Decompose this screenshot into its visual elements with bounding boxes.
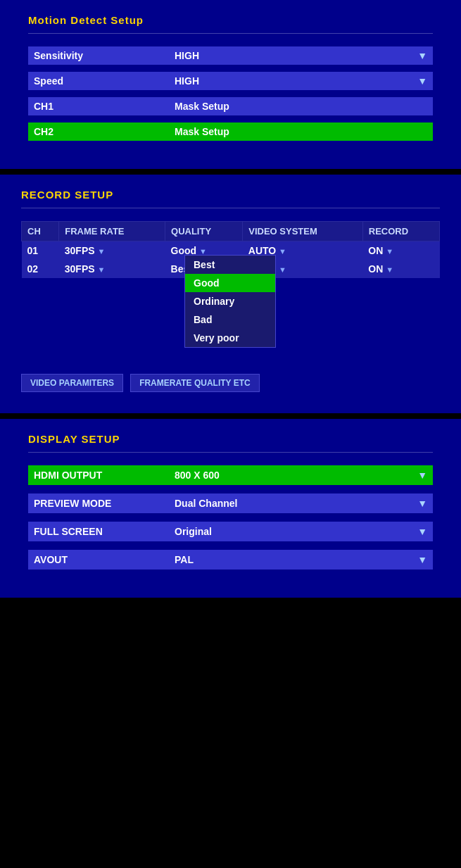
- display-table: HDMI OUTPUT 800 X 600 ▼ PREVIEW MODE Dua…: [28, 465, 433, 570]
- record-setup-title: RECORD SETUP: [21, 189, 440, 201]
- col-quality: QUALITY: [165, 222, 243, 241]
- bottom-links: VIDEO PARAMITERS FrameRate Quality etc: [21, 374, 440, 392]
- quality-option-bad[interactable]: Bad: [185, 310, 275, 329]
- record-table-header: CH FRAME RATE QUALITY VIDEO SYSTEM RECOR…: [22, 222, 440, 241]
- col-videosystem: VIDEO SYSTEM: [243, 222, 363, 241]
- table-row: Sensitivity HIGH ▼: [28, 46, 433, 65]
- quality-dropdown-popup: Best Good Ordinary Bad Very poor: [184, 255, 276, 348]
- dropdown-arrow-icon: ▼: [417, 470, 427, 481]
- dropdown-arrow-icon: ▼: [386, 247, 393, 256]
- table-row: CH1 Mask Setup: [28, 97, 433, 115]
- dropdown-arrow-icon: ▼: [417, 75, 427, 87]
- quality-option-verypoor[interactable]: Very poor: [185, 329, 275, 347]
- framerate-quality-link[interactable]: FrameRate Quality etc: [130, 374, 260, 392]
- table-row: CH2 Mask Setup: [28, 122, 433, 141]
- quality-option-good[interactable]: Good: [185, 274, 275, 292]
- dropdown-arrow-icon: ▼: [417, 526, 427, 537]
- ch2-value[interactable]: Mask Setup: [169, 122, 433, 141]
- col-framerate: FRAME RATE: [59, 222, 165, 241]
- row2-ch: 02: [22, 260, 59, 278]
- row2-record[interactable]: ON ▼: [362, 260, 439, 278]
- dropdown-arrow-icon: ▼: [279, 265, 286, 274]
- ch2-label: CH2: [28, 122, 169, 141]
- speed-label: Speed: [28, 72, 169, 90]
- preview-mode-value[interactable]: Dual Channel ▼: [169, 493, 433, 513]
- col-record: RECORD: [362, 222, 439, 241]
- dropdown-arrow-icon: ▼: [279, 247, 286, 256]
- quality-option-best[interactable]: Best: [185, 256, 275, 274]
- row1-ch: 01: [22, 241, 59, 260]
- dropdown-arrow-icon: ▼: [417, 554, 427, 565]
- col-ch: CH: [22, 222, 59, 241]
- motion-detect-title: Motion Detect Setup: [28, 14, 433, 26]
- hdmi-output-value[interactable]: 800 X 600 ▼: [169, 465, 433, 485]
- ch1-label: CH1: [28, 97, 169, 115]
- dropdown-arrow-icon: ▼: [386, 265, 393, 274]
- video-parameters-link[interactable]: VIDEO PARAMITERS: [21, 374, 123, 392]
- table-row: AVOUT PAL ▼: [28, 550, 433, 570]
- table-row: PREVIEW MODE Dual Channel ▼: [28, 493, 433, 513]
- row1-record[interactable]: ON ▼: [362, 241, 439, 260]
- hdmi-output-label: HDMI OUTPUT: [28, 465, 169, 485]
- table-row: HDMI OUTPUT 800 X 600 ▼: [28, 465, 433, 485]
- full-screen-value[interactable]: Original ▼: [169, 522, 433, 541]
- avout-label: AVOUT: [28, 550, 169, 570]
- motion-detect-panel: Motion Detect Setup Sensitivity HIGH ▼ S…: [0, 0, 461, 169]
- row1-fps[interactable]: 30FPS ▼: [59, 241, 165, 260]
- dropdown-arrow-icon: ▼: [417, 498, 427, 509]
- quality-option-ordinary[interactable]: Ordinary: [185, 292, 275, 310]
- table-row: Speed HIGH ▼: [28, 72, 433, 90]
- sensitivity-label: Sensitivity: [28, 46, 169, 65]
- motion-detect-table: Sensitivity HIGH ▼ Speed HIGH ▼ CH1 Mask…: [28, 46, 433, 141]
- dropdown-arrow-icon: ▼: [417, 50, 427, 61]
- dropdown-arrow-icon: ▼: [97, 265, 105, 274]
- dropdown-arrow-icon: ▼: [97, 247, 105, 256]
- preview-mode-label: PREVIEW MODE: [28, 493, 169, 513]
- display-setup-title: DISPLAY SETUP: [28, 433, 433, 445]
- full-screen-label: FULL SCREEN: [28, 522, 169, 541]
- avout-value[interactable]: PAL ▼: [169, 550, 433, 570]
- record-setup-panel: RECORD SETUP CH FRAME RATE QUALITY VIDEO…: [0, 175, 461, 413]
- display-setup-panel: DISPLAY SETUP HDMI OUTPUT 800 X 600 ▼ PR…: [0, 419, 461, 598]
- speed-value[interactable]: HIGH ▼: [169, 72, 433, 90]
- row2-fps[interactable]: 30FPS ▼: [59, 260, 165, 278]
- sensitivity-value[interactable]: HIGH ▼: [169, 46, 433, 65]
- ch1-value[interactable]: Mask Setup: [169, 97, 433, 115]
- table-row: FULL SCREEN Original ▼: [28, 522, 433, 541]
